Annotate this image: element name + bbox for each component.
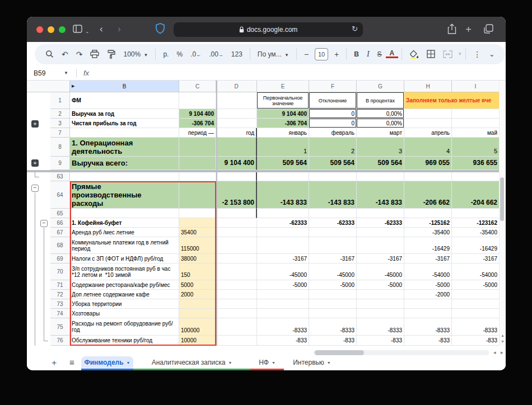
cell[interactable] [309, 309, 357, 318]
add-sheet-button[interactable]: ＋ [50, 358, 58, 367]
share-button[interactable] [447, 23, 456, 35]
cell[interactable] [179, 92, 216, 109]
row-header[interactable]: 71 [50, 280, 70, 290]
cell[interactable] [179, 309, 216, 318]
cell[interactable]: -35400 [452, 228, 500, 237]
horizontal-scrollbar-thumb[interactable] [315, 350, 364, 355]
cell[interactable] [179, 181, 216, 209]
cell[interactable] [452, 309, 500, 318]
cell[interactable] [216, 172, 257, 181]
cell[interactable] [216, 309, 257, 318]
cell[interactable] [216, 263, 257, 280]
cell[interactable]: 936 655 [452, 157, 500, 170]
cell[interactable] [404, 309, 452, 318]
cell[interactable] [309, 237, 357, 254]
cell[interactable] [216, 237, 257, 254]
cell[interactable]: -8333 [404, 318, 452, 336]
cell[interactable]: апрель [404, 128, 452, 138]
cell[interactable]: -2000 [404, 290, 452, 299]
cell[interactable]: 115000 [179, 237, 216, 254]
cell[interactable]: -143 833 [257, 181, 309, 209]
cell[interactable]: -5000 [309, 280, 357, 290]
sidebar-chevron-icon[interactable]: ⌄ [85, 25, 90, 37]
cell[interactable]: -5000 [257, 280, 309, 290]
column-header[interactable]: I [452, 81, 500, 92]
cell[interactable]: 3 [357, 138, 404, 157]
vertical-scrollbar[interactable] [499, 81, 505, 346]
cell[interactable] [404, 119, 452, 128]
reload-button[interactable]: ↻ [352, 25, 358, 33]
cell[interactable] [216, 336, 257, 346]
name-box[interactable]: B59 [34, 69, 63, 77]
forward-button[interactable]: › [118, 23, 121, 35]
all-sheets-button[interactable]: ≡ [69, 358, 74, 367]
cell[interactable]: -123162 [452, 218, 500, 228]
expand-group-button[interactable]: + [31, 120, 39, 128]
paint-format-icon[interactable] [103, 50, 119, 59]
cell[interactable]: Аренда руб /мес летние [70, 228, 179, 237]
cell[interactable] [216, 138, 257, 157]
cell[interactable]: -3167 [452, 254, 500, 263]
cell[interactable]: -16429 [404, 237, 452, 254]
cell[interactable]: -54000 [452, 263, 500, 280]
cell[interactable] [357, 172, 404, 181]
cell[interactable]: Чистая прибыль за год [70, 119, 179, 128]
tab-menu-caret-icon[interactable]: ▼ [228, 361, 232, 365]
cell[interactable]: -3167 [404, 254, 452, 263]
cell[interactable] [452, 299, 500, 309]
cell[interactable]: январь [257, 128, 309, 138]
search-icon[interactable] [41, 50, 58, 58]
cell[interactable]: 1. Операционная деятельность [70, 138, 179, 157]
column-header[interactable]: G [357, 81, 404, 92]
cell[interactable]: -8333 [309, 318, 357, 336]
vertical-scrollbar-thumb[interactable] [500, 177, 504, 221]
cell[interactable] [257, 290, 309, 299]
address-bar[interactable]: docs.google.com ↻ [174, 22, 363, 37]
cell[interactable] [216, 92, 257, 109]
cell[interactable] [257, 228, 309, 237]
cell[interactable]: -125162 [404, 218, 452, 228]
cell[interactable]: -306 704 [257, 119, 309, 128]
cell[interactable] [452, 172, 500, 181]
name-box-caret-icon[interactable]: ▼ [63, 70, 68, 76]
borders-icon[interactable] [423, 50, 439, 58]
cell[interactable]: -45000 [357, 263, 404, 280]
more-options-button[interactable]: ⋮ [469, 50, 485, 59]
cell[interactable] [404, 172, 452, 181]
cell[interactable]: март [357, 128, 404, 138]
cell[interactable]: -143 833 [309, 181, 357, 209]
cell[interactable]: -833 [404, 336, 452, 346]
column-header[interactable]: F [309, 81, 357, 92]
cell[interactable] [357, 228, 404, 237]
cell[interactable]: 4 [404, 138, 452, 157]
cell[interactable] [216, 318, 257, 336]
row-header[interactable]: 64 [50, 181, 70, 209]
row-header[interactable]: 72 [50, 290, 70, 299]
cell[interactable] [257, 309, 309, 318]
cell[interactable]: Налоги с ЗП (ФОТ и НДФЛ) руб/год [70, 254, 179, 263]
cell[interactable] [70, 172, 179, 181]
cell[interactable]: -5000 [357, 280, 404, 290]
cell[interactable]: -3167 [357, 254, 404, 263]
cell[interactable]: -2 153 800 [216, 181, 257, 209]
row-header[interactable]: 2 [50, 109, 70, 119]
cell[interactable] [404, 209, 452, 218]
cell[interactable]: год [216, 128, 257, 138]
cell[interactable] [216, 290, 257, 299]
column-header[interactable]: D [216, 81, 257, 92]
sidebar-toggle-icon[interactable] [73, 25, 82, 33]
cell[interactable]: Выручка за год [70, 109, 179, 119]
collapsed-column-icon[interactable]: ▶ [72, 84, 74, 88]
zoom-select[interactable]: 100% ▼ [119, 50, 152, 58]
row-header[interactable]: 67 [50, 228, 70, 237]
cell[interactable]: ФМ [70, 92, 179, 109]
cell[interactable]: -45000 [257, 263, 309, 280]
cell[interactable] [309, 299, 357, 309]
cell[interactable] [216, 218, 257, 228]
strikethrough-button[interactable]: S [374, 50, 386, 58]
column-header[interactable]: C [179, 81, 216, 92]
cell[interactable]: Обслуживание техники руб/год [70, 336, 179, 346]
cell[interactable]: -204 662 [452, 181, 500, 209]
cell[interactable] [357, 237, 404, 254]
collapse-toolbar-icon[interactable]: ⌄ [485, 50, 498, 58]
